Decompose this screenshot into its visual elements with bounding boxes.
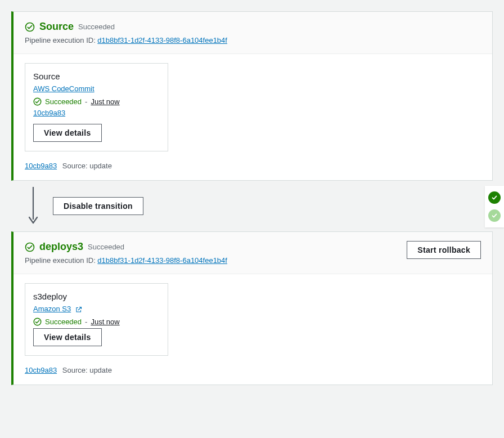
revision-commit-link[interactable]: 10cb9a83	[25, 366, 57, 374]
execution-id-row: Pipeline execution ID: d1b8bf31-1d2f-413…	[25, 256, 407, 265]
dash: -	[85, 318, 87, 326]
revision-row: 10cb9a83 Source: update	[25, 162, 481, 170]
stage-body: s3deploy Amazon S3 Succeeded - Just now …	[14, 274, 492, 385]
revision-commit-link[interactable]: 10cb9a83	[25, 162, 57, 170]
stage-source: Source Succeeded Pipeline execution ID: …	[11, 11, 493, 181]
execution-id-label: Pipeline execution ID:	[25, 36, 97, 44]
revision-message: Source: update	[62, 162, 112, 170]
action-provider: AWS CodeCommit	[33, 84, 160, 93]
view-details-button[interactable]: View details	[33, 124, 102, 142]
action-status: Succeeded	[45, 318, 82, 326]
action-status-row: Succeeded - Just now	[33, 97, 160, 106]
stage-header: deploys3 Succeeded Pipeline execution ID…	[14, 232, 492, 274]
stage-deploys3: deploys3 Succeeded Pipeline execution ID…	[11, 231, 493, 385]
execution-id-label: Pipeline execution ID:	[25, 256, 97, 265]
success-check-icon	[25, 22, 35, 32]
success-check-icon	[33, 97, 42, 106]
dash: -	[85, 97, 87, 106]
stage-title-row: deploys3 Succeeded	[25, 241, 407, 253]
action-card-s3deploy: s3deploy Amazon S3 Succeeded - Just now …	[25, 283, 168, 356]
disable-transition-button[interactable]: Disable transition	[53, 197, 143, 215]
provider-link[interactable]: Amazon S3	[33, 305, 71, 313]
transition-row: Disable transition	[27, 186, 493, 226]
check-solid-icon[interactable]	[488, 191, 501, 204]
commit-link[interactable]: 10cb9a83	[33, 109, 65, 117]
stage-title-row: Source Succeeded	[25, 21, 481, 33]
action-name: Source	[33, 71, 160, 81]
revision-message: Source: update	[62, 366, 112, 374]
external-link-icon	[75, 306, 82, 313]
stage-status: Succeeded	[88, 243, 124, 251]
arrow-down-icon	[27, 187, 39, 225]
stage-status: Succeeded	[78, 23, 115, 31]
execution-id-link[interactable]: d1b8bf31-1d2f-4133-98f8-6a104fee1b4f	[97, 256, 227, 265]
check-solid-icon[interactable]	[488, 209, 501, 222]
revision-row: 10cb9a83 Source: update	[25, 366, 481, 374]
stage-header: Source Succeeded Pipeline execution ID: …	[14, 12, 492, 54]
stage-name: Source	[39, 21, 74, 33]
stage-body: Source AWS CodeCommit Succeeded - Just n…	[14, 54, 492, 180]
execution-id-row: Pipeline execution ID: d1b8bf31-1d2f-413…	[25, 36, 481, 44]
action-card-source: Source AWS CodeCommit Succeeded - Just n…	[25, 63, 168, 151]
action-status: Succeeded	[45, 97, 82, 106]
action-name: s3deploy	[33, 292, 160, 301]
provider-link[interactable]: AWS CodeCommit	[33, 84, 94, 93]
action-provider: Amazon S3	[33, 305, 160, 313]
action-timestamp[interactable]: Just now	[91, 318, 119, 326]
action-timestamp[interactable]: Just now	[91, 97, 119, 106]
execution-id-link[interactable]: d1b8bf31-1d2f-4133-98f8-6a104fee1b4f	[97, 36, 227, 44]
action-status-row: Succeeded - Just now	[33, 318, 160, 326]
sidebar-status-checks	[485, 186, 504, 227]
success-check-icon	[25, 242, 35, 252]
view-details-button[interactable]: View details	[33, 328, 102, 346]
stage-name: deploys3	[39, 241, 83, 253]
success-check-icon	[33, 318, 42, 326]
start-rollback-button[interactable]: Start rollback	[407, 241, 481, 259]
